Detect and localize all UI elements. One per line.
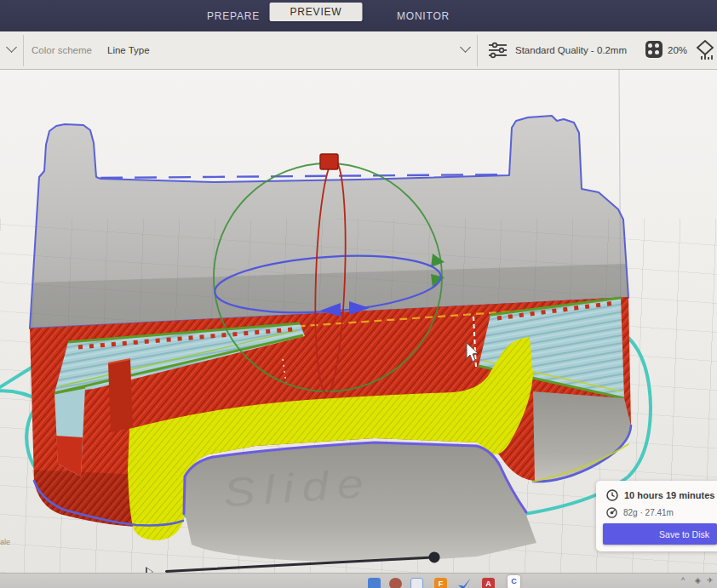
print-time-estimate: 10 hours 19 minutes (624, 490, 714, 500)
print-settings-sliders-icon[interactable] (488, 42, 508, 59)
3d-viewport[interactable]: Slide ale 10 hours 19 minutes 82g · 27.4… (0, 70, 717, 573)
tray-icon[interactable]: ✈ (707, 576, 714, 585)
taskbar-app-icon[interactable]: F (434, 578, 447, 588)
taskbar-app-icon[interactable] (389, 578, 402, 588)
tray-icon[interactable]: ◈ (695, 576, 701, 585)
taskbar-check-icon[interactable] (458, 578, 471, 588)
clock-icon (606, 489, 618, 501)
tab-preview[interactable]: PREVIEW (270, 3, 363, 21)
gizmo-red-handle[interactable] (320, 154, 338, 169)
screen-edge-text: ale (0, 538, 10, 546)
divider (477, 35, 478, 66)
color-scheme-label: Color scheme (32, 31, 92, 69)
taskbar-cura-icon[interactable]: C (508, 575, 520, 588)
view-options-toolbar: Color scheme Line Type Standard Quality … (0, 31, 717, 70)
divider (23, 35, 24, 66)
windows-taskbar: F A C ^ ◈ ✈ (0, 573, 717, 588)
view-dropdown-chevron-icon[interactable] (460, 42, 471, 53)
support-adhesion-icon[interactable] (696, 40, 714, 60)
taskbar-app-icon[interactable]: A (482, 578, 495, 588)
tab-monitor[interactable]: MONITOR (397, 0, 450, 31)
material-usage-estimate: 82g · 27.41m (623, 508, 674, 517)
collapse-chevron-icon[interactable] (6, 42, 17, 53)
color-scheme-value[interactable]: Line Type (107, 31, 150, 69)
quality-setting-value[interactable]: Standard Quality - 0.2mm (515, 31, 627, 69)
infill-percent-value[interactable]: 20% (668, 31, 687, 69)
arch-opening (185, 442, 536, 562)
taskbar-calendar-icon[interactable] (410, 578, 423, 588)
material-spool-icon (606, 507, 617, 518)
sliced-model-body[interactable] (30, 297, 631, 562)
tab-prepare[interactable]: PREPARE (207, 0, 260, 31)
stage-menu-bar: PREPARE PREVIEW MONITOR (0, 0, 717, 31)
infill-icon[interactable] (645, 41, 663, 58)
taskbar-app-icon[interactable] (368, 578, 381, 588)
tray-expand-icon[interactable]: ^ (681, 576, 685, 585)
model-ghost-shell[interactable] (30, 116, 628, 328)
inner-wall-block (108, 359, 133, 432)
save-to-disk-button[interactable]: Save to Disk (603, 523, 717, 545)
